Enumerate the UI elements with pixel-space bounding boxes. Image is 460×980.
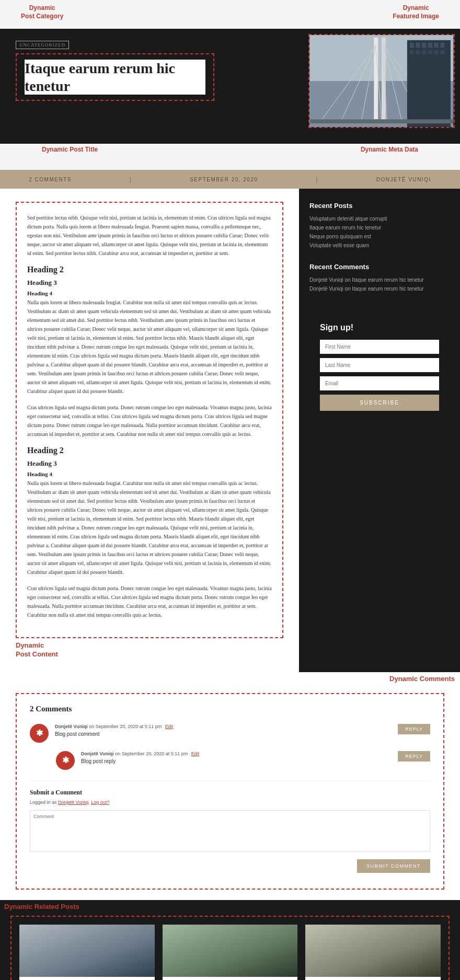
- heading-3-1: Heading 3: [27, 279, 272, 287]
- hero-section: UNCATEGORIZED Itaque earum rerum hic ten…: [0, 29, 460, 144]
- svg-rect-13: [410, 43, 414, 48]
- heading-3-2: Heading 3: [27, 459, 272, 468]
- recent-comments-title: Recent Comments: [309, 263, 450, 271]
- logged-in-text: Logged in as Donjetë Vuniqi. Log out?: [30, 800, 430, 805]
- comment-edit-1[interactable]: Edit: [165, 724, 174, 729]
- comments-outer: Dynamic Comments 2 Comments ✱ REPLY Donj…: [0, 672, 460, 900]
- hero-right: [230, 29, 460, 144]
- comments-box: 2 Comments ✱ REPLY Donjetë Vuniqi on Sep…: [16, 693, 444, 890]
- comment-edit-1r[interactable]: Edit: [191, 751, 200, 756]
- svg-rect-24: [440, 50, 444, 54]
- content-intro: Sed porttitor lectus nibh. Quisque velit…: [27, 213, 272, 258]
- sidebar: Recent Posts Voluptatum deleniti atque c…: [299, 189, 460, 672]
- signup-section: Sign up! SUBSCRIBE: [309, 313, 450, 421]
- svg-rect-25: [310, 119, 453, 123]
- comment-body-1: REPLY Donjetë Vuniqi on September 20, 20…: [55, 724, 430, 743]
- last-name-input[interactable]: [320, 358, 439, 372]
- svg-rect-15: [422, 43, 426, 48]
- log-out-link[interactable]: Log out?: [91, 800, 109, 805]
- svg-rect-22: [428, 50, 432, 54]
- svg-rect-16: [428, 43, 432, 48]
- comment-text-1: Blog post comment: [55, 731, 430, 737]
- below-hero-annotations: Dynamic Post Title Dynamic Meta Data: [0, 144, 460, 170]
- heading-4-1: Heading 4: [27, 290, 272, 296]
- signup-title: Sign up!: [320, 323, 439, 332]
- heading-2-2: Heading 2: [27, 446, 272, 455]
- anno-post-category: Dynamic Post Category: [21, 4, 63, 29]
- anno-post-title: Dynamic Post Title: [42, 146, 98, 168]
- recent-comment-1[interactable]: Donjetë Vuniqi on Itaque earum rerum hic…: [309, 277, 450, 283]
- related-card-1: Voluptatum deleniti atque corrupti by Do…: [19, 925, 155, 980]
- related-outer: Dynamic Related Posts Voluptatum delenit…: [0, 900, 460, 980]
- recent-post-1[interactable]: Voluptatum deleniti atque corrupti: [309, 216, 450, 222]
- hero-left: UNCATEGORIZED Itaque earum rerum hic ten…: [0, 29, 230, 144]
- related-card-2-body: Neque porro quisquam est by Donjetë Vuni…: [163, 977, 298, 980]
- comment-item-1-reply: ✱ REPLY Donjetë Vuniqi on September 20, …: [56, 751, 430, 770]
- related-box: Voluptatum deleniti atque corrupti by Do…: [10, 916, 450, 980]
- content-para3: Nulla quis lorem ut libero malesuada feu…: [27, 479, 272, 577]
- recent-comments-section: Recent Comments Donjetë Vuniqi on Itaque…: [309, 263, 450, 292]
- comment-body-1r: REPLY Donjetë Vuniqi on September 20, 20…: [81, 751, 430, 770]
- logged-in-link[interactable]: Donjetë Vuniqi: [58, 800, 88, 805]
- submit-comment-title: Submit a Comment: [30, 789, 430, 797]
- reply-button-1[interactable]: REPLY: [398, 724, 430, 734]
- featured-image-box: [308, 34, 455, 128]
- svg-rect-20: [416, 50, 420, 54]
- related-card-3-body: Voluptate velit esse quam by Donjetë Vun…: [305, 977, 441, 980]
- comment-avatar-1r: ✱: [56, 751, 75, 770]
- dynamic-related-label: Dynamic Related Posts: [4, 903, 79, 912]
- content-para4: Cras ultrices ligula sed magna dictum po…: [27, 584, 272, 619]
- recent-posts-section: Recent Posts Voluptatum deleniti atque c…: [309, 202, 450, 248]
- recent-post-3[interactable]: Neque porro quisquam est: [309, 234, 450, 239]
- svg-rect-23: [434, 50, 439, 54]
- comment-item-1: ✱ REPLY Donjetë Vuniqi on September 20, …: [30, 724, 430, 743]
- meta-author: DONJETË VUNIQI: [376, 177, 431, 182]
- comment-avatar-1: ✱: [30, 724, 49, 743]
- svg-rect-19: [410, 50, 414, 54]
- main-layout-outer: Sed porttitor lectus nibh. Quisque velit…: [0, 189, 460, 672]
- meta-comments: 2 COMMENTS: [29, 177, 72, 182]
- post-title-box: Itaque earum rerum hic tenetur: [16, 53, 214, 101]
- dynamic-comments-label: Dynamic Comments: [389, 675, 455, 684]
- svg-rect-21: [422, 50, 426, 54]
- meta-date: SEPTEMBER 20, 2020: [190, 177, 258, 182]
- category-label: UNCATEGORIZED: [16, 41, 69, 49]
- content-para1: Nulla quis lorem ut libero malesuada feu…: [27, 298, 272, 396]
- submit-comment-form: Submit a Comment Logged in as Donjetë Vu…: [30, 780, 430, 878]
- main-layout: Sed porttitor lectus nibh. Quisque velit…: [0, 189, 460, 672]
- comment-textarea[interactable]: [30, 810, 430, 852]
- svg-rect-2: [374, 38, 378, 119]
- comment-avatar-icon-1: ✱: [36, 728, 43, 738]
- comment-meta-1r: Donjetë Vuniqi on September 20, 2020 at …: [81, 751, 430, 756]
- top-annotation-row: Dynamic Post Category Dynamic Featured I…: [0, 0, 460, 29]
- subscribe-button[interactable]: SUBSCRIBE: [320, 395, 439, 411]
- related-card-2-img: [163, 925, 298, 977]
- recent-post-2[interactable]: Itaque earum rerum hic tenetur: [309, 225, 450, 230]
- related-card-3-img: [305, 925, 441, 977]
- recent-post-4[interactable]: Voluptate velit esse quam: [309, 243, 450, 248]
- content-box: Sed porttitor lectus nibh. Quisque velit…: [16, 202, 283, 638]
- meta-sep-1: |: [129, 175, 132, 183]
- comment-text-1r: Blog post reply: [81, 758, 430, 764]
- svg-rect-14: [416, 43, 420, 48]
- first-name-input[interactable]: [320, 340, 439, 354]
- email-input[interactable]: [320, 376, 439, 390]
- heading-2-1: Heading 2: [27, 265, 272, 274]
- post-title: Itaque earum rerum hic tenetur: [25, 60, 205, 95]
- content-para2: Cras ultrices ligula sed magna dictum po…: [27, 403, 272, 439]
- comments-title: 2 Comments: [30, 705, 430, 713]
- anno-meta-data: Dynamic Meta Data: [361, 146, 418, 168]
- heading-4-2: Heading 4: [27, 471, 272, 477]
- related-card-1-img: [19, 925, 155, 977]
- submit-comment-button[interactable]: SUBMIT COMMENT: [357, 859, 430, 873]
- reply-button-1r[interactable]: REPLY: [398, 751, 430, 762]
- recent-posts-title: Recent Posts: [309, 202, 450, 210]
- comment-avatar-icon-1r: ✱: [62, 755, 69, 765]
- svg-rect-17: [434, 43, 439, 48]
- anno-featured-image: Dynamic Featured Image: [393, 4, 439, 29]
- meta-bar: 2 COMMENTS | SEPTEMBER 20, 2020 | DONJET…: [0, 170, 460, 189]
- svg-rect-18: [440, 43, 444, 48]
- meta-sep-2: |: [316, 175, 318, 183]
- recent-comment-2[interactable]: Donjetë Vuniqi on Itaque earum rerum hic…: [309, 286, 450, 292]
- content-area: Sed porttitor lectus nibh. Quisque velit…: [0, 189, 299, 672]
